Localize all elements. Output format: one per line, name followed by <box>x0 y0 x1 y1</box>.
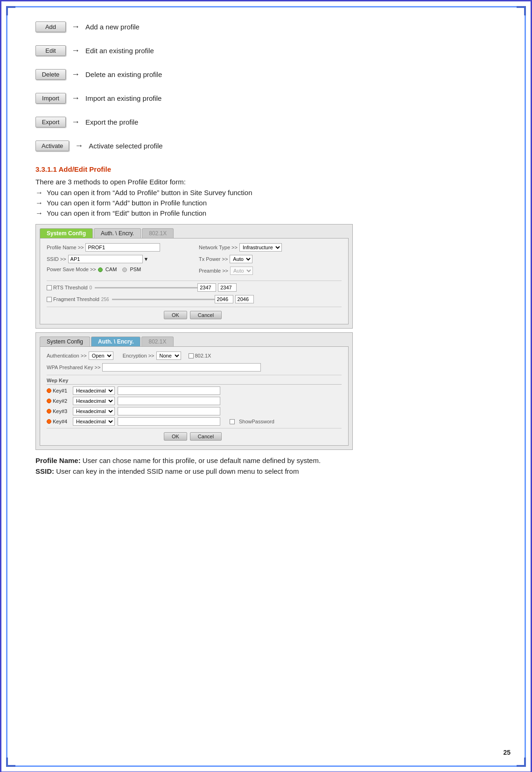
rts-input2[interactable] <box>218 283 237 292</box>
rts-slider-track <box>95 287 197 288</box>
wpa-row: WPA Preshared Key >> <box>47 363 342 372</box>
bullet-item-1: → You can open it from “Add to Profile” … <box>35 189 497 197</box>
bullet-arrow-3: → <box>35 209 43 218</box>
activate-button[interactable]: Activate <box>35 140 69 151</box>
screenshot1: System Config Auth. \ Encry. 802.1X Prof… <box>35 224 353 329</box>
auth-select[interactable]: Open <box>89 351 113 360</box>
key1-select[interactable]: Hexadecimal <box>73 386 115 395</box>
cam-label: CAM <box>105 267 117 272</box>
tab-system-config[interactable]: System Config <box>40 228 93 238</box>
rts-input1[interactable] <box>197 283 216 292</box>
add-button[interactable]: Add <box>35 21 66 32</box>
screenshots-container: System Config Auth. \ Encry. 802.1X Prof… <box>35 224 497 450</box>
key4-input[interactable] <box>118 417 220 426</box>
section-heading: 3.3.1.1 Add/Edit Profile <box>35 165 497 173</box>
key4-select[interactable]: Hexadecimal <box>73 417 115 426</box>
form-row-top: Profile Name >> SSID >> ▼ Power Save Mod… <box>47 243 342 278</box>
network-type-select[interactable]: Infrastructure <box>239 243 282 252</box>
show-password-checkbox[interactable] <box>230 419 235 424</box>
tab-system-config-2[interactable]: System Config <box>40 337 90 346</box>
fragment-label: Fragment Threshold <box>53 296 99 302</box>
arrow-icon: → <box>71 70 80 79</box>
key1-input[interactable] <box>118 386 220 395</box>
dot1x-label: 802.1X <box>195 353 211 358</box>
rts-row: RTS Threshold 0 <box>47 283 342 292</box>
key2-input[interactable] <box>118 397 220 405</box>
ssid-input[interactable] <box>68 255 143 263</box>
encryption-label: Encryption >> <box>123 353 154 358</box>
btn-row-2: OK Cancel <box>47 432 342 441</box>
power-save-label: Power Save Mode >> <box>47 267 96 272</box>
psm-radio[interactable]: PSM <box>122 267 141 272</box>
key1-dot <box>47 388 51 393</box>
key3-input[interactable] <box>118 407 220 415</box>
wpa-key-input[interactable] <box>102 363 261 372</box>
dot1x-checkbox[interactable] <box>189 353 194 358</box>
export-description: Export the profile <box>85 118 138 126</box>
profile-name-label: Profile Name >> <box>47 245 84 250</box>
ok-button-1[interactable]: OK <box>164 311 187 319</box>
key3-text: Key#3 <box>53 408 67 414</box>
tab-auth-encry[interactable]: Auth. \ Encry. <box>94 228 141 238</box>
footer-ssid-text: User can key in the intended SSID name o… <box>54 467 299 475</box>
add-description: Add a new profile <box>85 23 140 31</box>
cam-radio[interactable]: CAM <box>98 267 117 272</box>
tab-802-1x[interactable]: 802.1X <box>142 228 174 238</box>
export-row: Export → Export the profile <box>35 117 497 127</box>
import-row: Import → Import an existing profile <box>35 93 497 104</box>
preamble-row: Preamble >> Auto <box>199 267 342 275</box>
auth-encry-row: Authentication >> Open Encryption >> Non… <box>47 351 342 360</box>
auth-label: Authentication >> <box>47 353 87 358</box>
wep-section-label: Wep Key <box>47 378 342 385</box>
key4-label: Key#4 <box>47 419 70 424</box>
key3-select[interactable]: Hexadecimal <box>73 407 115 415</box>
network-type-row: Network Type >> Infrastructure <box>199 243 342 252</box>
profile-name-input[interactable] <box>85 243 160 252</box>
add-row: Add → Add a new profile <box>35 21 497 32</box>
edit-button[interactable]: Edit <box>35 45 66 56</box>
arrow-icon: → <box>71 22 80 32</box>
show-password-label: ShowPassword <box>239 419 274 424</box>
divider-4 <box>47 428 342 428</box>
corner-tr <box>517 6 526 15</box>
wpa-key-label: WPA Preshared Key >> <box>47 365 100 370</box>
rts-label: RTS Threshold <box>53 285 88 290</box>
delete-button[interactable]: Delete <box>35 69 66 80</box>
tab-802-1x-2[interactable]: 802.1X <box>141 337 173 346</box>
psm-radio-dot <box>122 267 127 272</box>
cancel-button-1[interactable]: Cancel <box>190 311 222 319</box>
preamble-label: Preamble >> <box>199 268 228 274</box>
ok-button-2[interactable]: OK <box>164 432 187 441</box>
footer-profile-name: Profile Name: User can chose name for th… <box>35 456 497 464</box>
edit-description: Edit an existing profile <box>85 47 154 55</box>
fragment-input1[interactable] <box>215 295 233 303</box>
import-button[interactable]: Import <box>35 93 66 104</box>
form-area-2: Authentication >> Open Encryption >> Non… <box>40 346 349 446</box>
form-area-1: Profile Name >> SSID >> ▼ Power Save Mod… <box>40 238 349 324</box>
activate-row: Activate → Activate selected profile <box>35 140 497 151</box>
outer-border: Add → Add a new profile Edit → Edit an e… <box>6 6 526 767</box>
bullet-arrow-2: → <box>35 199 43 207</box>
preamble-select[interactable]: Auto <box>230 267 253 275</box>
cancel-button-2[interactable]: Cancel <box>190 432 222 441</box>
key2-select[interactable]: Hexadecimal <box>73 397 115 405</box>
divider-3 <box>47 375 342 375</box>
export-button[interactable]: Export <box>35 117 66 127</box>
tab-bar-1: System Config Auth. \ Encry. 802.1X <box>40 228 349 238</box>
page-number: 25 <box>503 749 511 756</box>
fragment-input2[interactable] <box>235 295 254 303</box>
col-right-1: Network Type >> Infrastructure Tx Power … <box>199 243 342 278</box>
tx-power-label: Tx Power >> <box>199 256 228 262</box>
encryption-select[interactable]: None <box>156 351 181 360</box>
bullet-text-1: You can open it from “Add to Profile” bu… <box>47 189 252 197</box>
fragment-checkbox[interactable] <box>47 297 52 302</box>
tx-power-select[interactable]: Auto <box>230 255 252 263</box>
key4-dot <box>47 419 51 424</box>
rts-checkbox[interactable] <box>47 285 52 290</box>
key2-row: Key#2 Hexadecimal <box>47 397 342 405</box>
key3-label: Key#3 <box>47 408 70 414</box>
tab-auth-encry-2[interactable]: Auth. \ Encry. <box>91 337 140 346</box>
key3-dot <box>47 409 51 414</box>
activate-description: Activate selected profile <box>89 142 162 150</box>
fragment-row: Fragment Threshold 256 <box>47 295 342 303</box>
